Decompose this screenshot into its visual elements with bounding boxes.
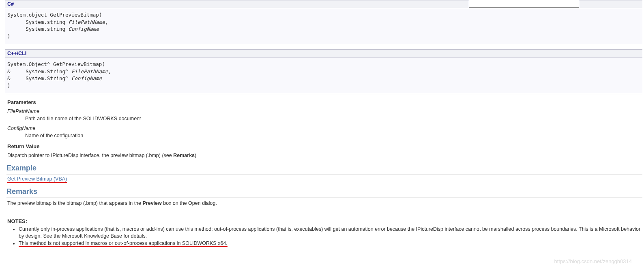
lang-header-cppcli: C++/CLI: [5, 49, 642, 57]
code-line: ): [7, 82, 640, 89]
top-right-box: [469, 0, 579, 8]
example-link-vba[interactable]: Get Preview Bitmap (VBA): [7, 176, 67, 183]
divider: [6, 198, 642, 198]
code-csharp: System.object GetPreviewBitmap( System.s…: [5, 8, 642, 44]
remarks-text: The preview bitmap is the bitmap (.bmp) …: [7, 200, 644, 206]
remarks-heading: Remarks: [6, 187, 644, 196]
param-desc-configname: Name of the configuration: [25, 133, 644, 138]
return-value-text: Dispatch pointer to IPictureDisp interfa…: [7, 153, 644, 158]
lang-title-csharp: C#: [7, 1, 14, 7]
lang-title-cppcli: C++/CLI: [7, 51, 26, 56]
example-heading: Example: [6, 164, 644, 172]
code-line: System.object GetPreviewBitmap(: [7, 11, 640, 19]
notes-list: Currently only in-process applications (…: [13, 226, 644, 247]
return-value-heading: Return Value: [7, 143, 644, 149]
code-line: System.string ConfigName: [7, 26, 640, 33]
note-item-2: This method is not supported in macros o…: [19, 240, 644, 247]
code-line: System.Object^ GetPreviewBitmap(: [7, 61, 640, 68]
code-line: System.string FilePathName,: [7, 19, 640, 26]
param-desc-filepathname: Path and file name of the SOLIDWORKS doc…: [25, 116, 644, 121]
param-name-configname: ConfigName: [7, 125, 644, 131]
divider: [6, 94, 642, 94]
parameters-heading: Parameters: [7, 99, 644, 105]
param-name-filepathname: FilePathName: [7, 108, 644, 114]
note-item-1: Currently only in-process applications (…: [19, 226, 644, 240]
divider: [6, 174, 642, 174]
code-line: & System.String^ FilePathName,: [7, 68, 640, 75]
code-line: ): [7, 33, 640, 40]
code-line: & System.String^ ConfigName: [7, 75, 640, 82]
notes-heading: NOTES:: [7, 218, 644, 224]
code-cppcli: System.Object^ GetPreviewBitmap( & Syste…: [5, 57, 642, 93]
